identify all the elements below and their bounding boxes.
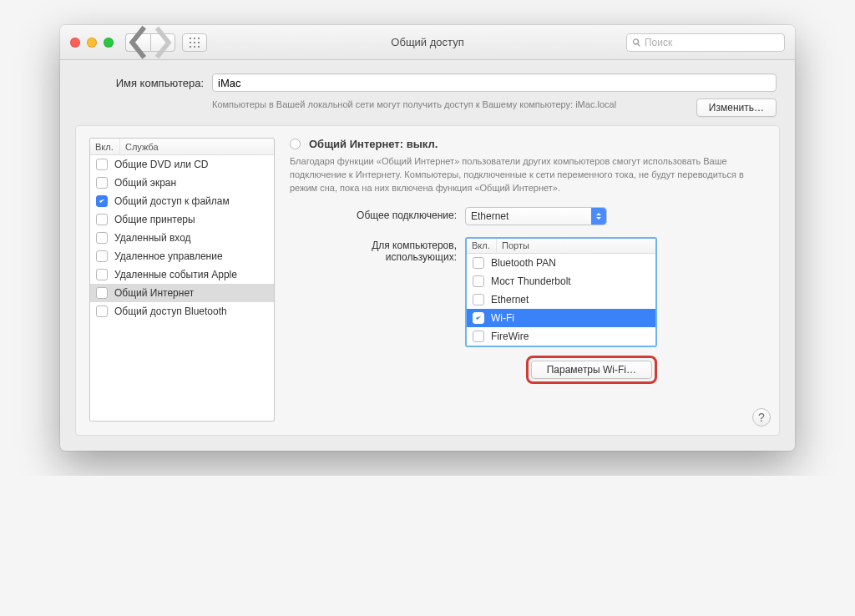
services-col-service: Служба: [120, 139, 274, 154]
checkbox[interactable]: [473, 312, 484, 324]
connection-label: Общее подключение:: [290, 207, 457, 221]
connection-row: Общее подключение: Ethernet: [290, 207, 766, 225]
svg-rect-0: [190, 38, 191, 39]
service-row[interactable]: Удаленный вход: [90, 229, 274, 247]
checkbox[interactable]: [96, 159, 108, 170]
checkbox[interactable]: [473, 331, 484, 342]
port-row[interactable]: Ethernet: [467, 290, 655, 309]
service-label: Общий Интернет: [114, 287, 194, 299]
connection-select[interactable]: Ethernet: [465, 207, 607, 225]
service-row[interactable]: Удаленное управление: [90, 247, 274, 265]
info-text: Благодаря функции «Общий Интернет» польз…: [290, 155, 766, 195]
service-label: Удаленное управление: [114, 250, 223, 262]
zoom-button[interactable]: [104, 38, 114, 48]
ports-col-ports: Порты: [497, 239, 655, 253]
service-row[interactable]: Общие DVD или CD: [90, 155, 274, 174]
service-label: Общий доступ Bluetooth: [114, 305, 227, 317]
wifi-options-highlight: Параметры Wi-Fi…: [526, 356, 657, 384]
sharing-panel: Вкл. Служба Общие DVD или CDОбщий экранО…: [75, 125, 780, 436]
search-field[interactable]: [626, 33, 785, 52]
computer-name-label: Имя компьютера:: [78, 77, 204, 89]
show-all-button[interactable]: [182, 33, 207, 52]
checkbox[interactable]: [473, 275, 484, 287]
port-label: Мост Thunderbolt: [491, 275, 571, 287]
service-row[interactable]: Общий экран: [90, 174, 274, 192]
service-row[interactable]: Общий доступ Bluetooth: [90, 302, 274, 321]
ports-header: Вкл. Порты: [467, 239, 655, 254]
ports-row: Для компьютеров, использующих: Вкл. Порт…: [290, 237, 766, 384]
ports-wrap: Вкл. Порты Bluetooth PANМост Thunderbolt…: [465, 237, 657, 384]
port-label: FireWire: [491, 331, 529, 342]
close-button[interactable]: [70, 38, 80, 48]
chevron-up-down-icon: [591, 208, 606, 225]
port-row[interactable]: FireWire: [467, 327, 655, 346]
computer-desc: Компьютеры в Вашей локальной сети могут …: [212, 98, 688, 111]
service-row[interactable]: Общие принтеры: [90, 210, 274, 229]
svg-rect-7: [194, 46, 195, 48]
status-radio-icon: [290, 139, 301, 149]
port-row[interactable]: Wi-Fi: [467, 309, 655, 327]
port-row[interactable]: Мост Thunderbolt: [467, 272, 655, 290]
service-label: Общие принтеры: [114, 214, 195, 225]
traffic-lights: [70, 38, 114, 48]
checkbox[interactable]: [96, 305, 108, 317]
computer-name-input[interactable]: [212, 73, 777, 92]
nav-buttons: [125, 33, 175, 52]
wifi-options-wrap: Параметры Wi-Fi…: [465, 356, 657, 384]
svg-rect-6: [190, 46, 191, 48]
help-button[interactable]: ?: [752, 408, 771, 427]
checkbox[interactable]: [96, 214, 108, 225]
checkbox[interactable]: [473, 294, 484, 305]
content: Имя компьютера: Компьютеры в Вашей локал…: [60, 60, 795, 451]
computer-desc-row: Компьютеры в Вашей локальной сети могут …: [75, 95, 780, 125]
services-col-enabled: Вкл.: [90, 139, 120, 154]
service-label: Общий доступ к файлам: [114, 195, 230, 207]
ports-label: Для компьютеров, использующих:: [290, 237, 457, 263]
checkbox[interactable]: [96, 287, 108, 299]
svg-rect-3: [190, 42, 191, 43]
computer-name-row: Имя компьютера:: [75, 73, 780, 95]
status-row: Общий Интернет: выкл.: [290, 138, 766, 150]
services-list[interactable]: Вкл. Служба Общие DVD или CDОбщий экранО…: [89, 138, 275, 422]
svg-rect-8: [198, 46, 200, 48]
service-label: Общие DVD или CD: [114, 159, 209, 170]
services-header: Вкл. Служба: [90, 139, 274, 155]
svg-rect-1: [194, 38, 195, 39]
wifi-options-button[interactable]: Параметры Wi-Fi…: [531, 361, 652, 379]
checkbox[interactable]: [473, 257, 484, 269]
service-row[interactable]: Общий доступ к файлам: [90, 192, 274, 210]
search-icon: [632, 38, 641, 48]
checkbox[interactable]: [96, 250, 108, 262]
port-label: Ethernet: [491, 294, 529, 305]
service-label: Удаленные события Apple: [114, 269, 237, 280]
port-row[interactable]: Bluetooth PAN: [467, 254, 655, 272]
forward-button[interactable]: [150, 33, 175, 52]
port-label: Wi-Fi: [491, 312, 514, 324]
titlebar: Общий доступ: [60, 25, 795, 60]
status-label: Общий Интернет: выкл.: [309, 138, 438, 150]
checkbox[interactable]: [96, 232, 108, 244]
checkbox[interactable]: [96, 269, 108, 280]
svg-rect-5: [198, 42, 200, 43]
service-row[interactable]: Общий Интернет: [90, 284, 274, 302]
minimize-button[interactable]: [87, 38, 97, 48]
back-button[interactable]: [125, 33, 150, 52]
checkbox[interactable]: [96, 177, 108, 189]
detail-pane: Общий Интернет: выкл. Благодаря функции …: [290, 138, 766, 422]
search-input[interactable]: [645, 37, 779, 48]
connection-value: Ethernet: [471, 210, 508, 222]
port-label: Bluetooth PAN: [491, 257, 556, 269]
ports-list[interactable]: Вкл. Порты Bluetooth PANМост Thunderbolt…: [465, 237, 657, 347]
sharing-preferences-window: Общий доступ Имя компьютера: Компьютеры …: [60, 25, 795, 451]
service-label: Общий экран: [114, 177, 176, 189]
service-label: Удаленный вход: [114, 232, 191, 244]
checkbox[interactable]: [96, 195, 108, 207]
svg-rect-4: [194, 42, 195, 43]
service-row[interactable]: Удаленные события Apple: [90, 265, 274, 284]
ports-col-enabled: Вкл.: [467, 239, 497, 253]
svg-rect-2: [198, 38, 200, 39]
edit-button[interactable]: Изменить…: [696, 98, 777, 117]
